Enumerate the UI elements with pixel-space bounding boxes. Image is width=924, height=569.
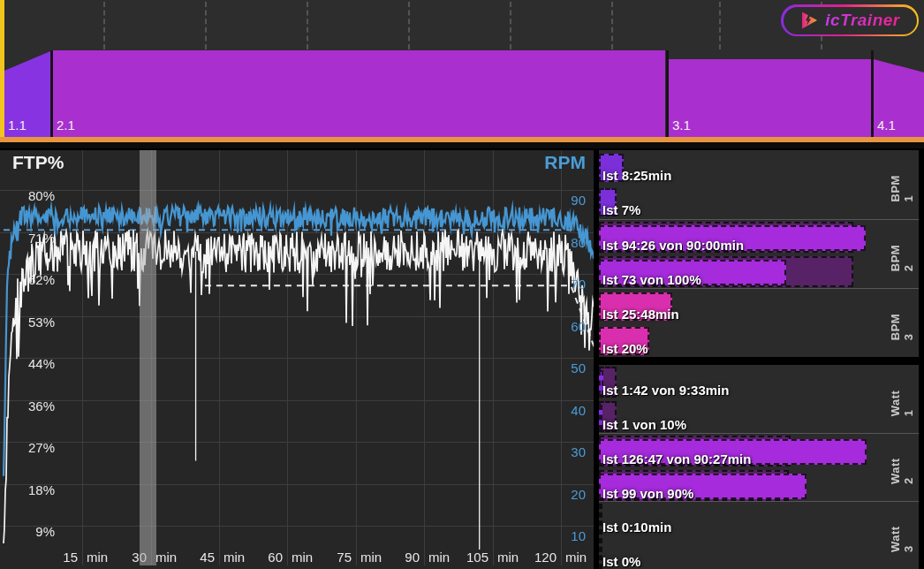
ftp-axis-label: 18% (0, 482, 55, 497)
rpm-axis-label: 60 (542, 319, 586, 334)
rpm-axis-label: 10 (542, 528, 586, 543)
ftp-axis-label: 9% (0, 524, 55, 539)
rpm-axis-label: 20 (542, 487, 586, 502)
ftp-axis-label: 62% (0, 272, 55, 287)
stat-value-text: Ist 8:25min (602, 168, 671, 183)
stat-row: Ist 7% (599, 185, 919, 219)
stat-value-text: Ist 25:48min (602, 307, 679, 322)
ftp-axis-label: 71% (0, 231, 55, 246)
stat-row: Ist 94:26 von 90:00min (599, 220, 919, 254)
stat-value-text: Ist 1:42 von 9:33min (602, 383, 729, 398)
segment-label: 1.1 (8, 118, 27, 133)
bpm-stats-panel: Ist 8:25minIst 7%BPM 1Ist 94:26 von 90:0… (599, 150, 919, 357)
workout-chart-canvas (0, 150, 594, 569)
segment-label: 3.1 (672, 118, 691, 133)
segment-label: 2.1 (57, 118, 75, 133)
time-axis-value: 15 (29, 550, 78, 565)
stat-group: Ist 8:25minIst 7%BPM 1 (599, 150, 919, 219)
stat-value-text: Ist 99 von 90% (602, 486, 693, 501)
ftp-axis-label: 44% (0, 356, 55, 371)
ftp-axis-label: 53% (0, 315, 55, 330)
segment-divider (871, 50, 874, 138)
stat-group: Ist 25:48minIst 20%BPM 3 (599, 288, 919, 357)
play-bolt-icon (799, 11, 819, 30)
stat-value-text: Ist 94:26 von 90:00min (602, 238, 744, 253)
profile-gridline (719, 2, 721, 49)
stat-group: Ist 1:42 von 9:33minIst 1 von 10%Watt 1 (599, 365, 919, 433)
stat-row: Ist 1:42 von 9:33min (599, 365, 919, 399)
rpm-axis-label: 90 (542, 193, 586, 208)
stat-group-label: Watt 1 (889, 382, 915, 416)
stat-row: Ist 0% (599, 536, 919, 569)
stat-row: Ist 25:48min (599, 289, 919, 323)
profile-strip-divider (0, 142, 924, 148)
stat-group-label: BPM 3 (889, 306, 915, 340)
ftp-axis-label: 36% (0, 398, 55, 413)
stat-group: Ist 0:10minIst 0%Watt 3 (599, 501, 919, 569)
ftp-axis-label: 27% (0, 440, 55, 455)
stat-value-text: Ist 0% (602, 554, 640, 569)
stat-group-label: BPM 2 (889, 237, 915, 271)
profile-start-marker (0, 0, 4, 138)
time-axis-value: 45 (166, 550, 215, 565)
workout-segment (53, 50, 665, 138)
time-axis-value: 90 (371, 550, 420, 565)
brand-name: icTrainer (825, 11, 899, 30)
profile-gridline (611, 2, 613, 49)
rpm-axis-label: 50 (542, 360, 586, 376)
ftp-axis-label: 80% (0, 188, 55, 203)
left-axis-title: FTP% (12, 152, 64, 173)
stat-group-label: Watt 2 (889, 451, 915, 484)
profile-gridline (510, 2, 511, 49)
time-axis-value: 75 (303, 550, 352, 565)
profile-gridline (103, 2, 105, 49)
stat-value-text: Ist 0:10min (602, 520, 671, 535)
segment-label: 4.1 (877, 118, 896, 133)
segment-divider (666, 50, 669, 138)
stat-row: Ist 99 von 90% (599, 468, 919, 503)
ictrainer-workout-screen: 1.12.13.14.1 icTrainer FTP% RPM 80%71%62… (0, 0, 924, 569)
segment-divider (50, 50, 53, 138)
stat-group: Ist 126:47 von 90:27minIst 99 von 90%Wat… (599, 433, 919, 501)
stat-row: Ist 73 von 100% (599, 254, 919, 289)
time-axis-value: 120 (508, 550, 557, 565)
rpm-axis-label: 40 (542, 403, 586, 418)
stat-group-label: Watt 3 (889, 519, 915, 552)
rpm-axis-label: 70 (542, 277, 586, 292)
stat-value-text: Ist 73 von 100% (602, 272, 701, 287)
stat-row: Ist 1 von 10% (599, 399, 919, 434)
time-axis-unit: min (565, 550, 601, 565)
stat-group: Ist 94:26 von 90:00minIst 73 von 100%BPM… (599, 219, 919, 288)
stat-row: Ist 0:10min (599, 502, 919, 536)
ictrainer-logo-inner: icTrainer (784, 7, 917, 34)
stat-value-text: Ist 20% (602, 341, 648, 356)
time-axis-value: 105 (440, 550, 489, 565)
profile-gridline (205, 2, 207, 49)
workout-segment (669, 50, 871, 138)
stat-row: Ist 20% (599, 323, 919, 358)
rpm-axis-label: 30 (542, 444, 586, 459)
stat-row: Ist 126:47 von 90:27min (599, 434, 919, 468)
watt-stats-panel: Ist 1:42 von 9:33minIst 1 von 10%Watt 1I… (599, 365, 919, 569)
time-axis-value: 60 (234, 550, 283, 565)
rpm-axis-label: 80 (542, 235, 586, 250)
stat-group-label: BPM 1 (889, 168, 915, 202)
stat-value-text: Ist 1 von 10% (602, 417, 686, 432)
profile-gridline (408, 2, 410, 49)
chart-panel: FTP% RPM 80%71%62%53%44%36%27%18%9%90807… (0, 150, 594, 569)
stat-value-text: Ist 7% (602, 202, 640, 217)
ictrainer-logo[interactable]: icTrainer (781, 4, 919, 36)
right-axis-title: RPM (477, 152, 586, 173)
stat-value-text: Ist 126:47 von 90:27min (602, 451, 751, 467)
playhead-scrubber[interactable] (140, 150, 156, 565)
profile-gridline (307, 2, 308, 49)
stat-row: Ist 8:25min (599, 150, 919, 185)
